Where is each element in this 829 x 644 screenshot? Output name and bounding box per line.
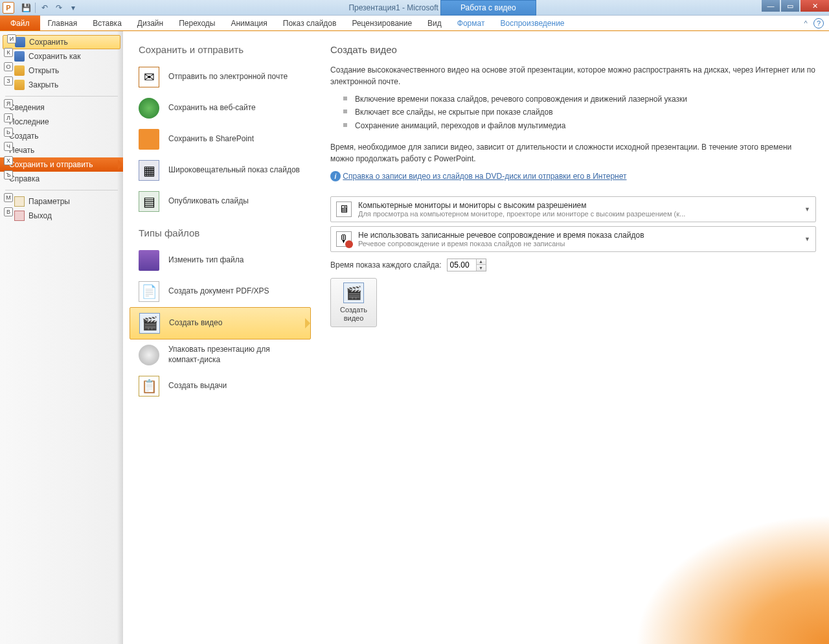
backstage-right: Создать видео Создание высококачественно… <box>317 31 829 644</box>
option-web[interactable]: Сохранить на веб-сайте <box>130 93 311 124</box>
dropdown-subtitle: Для просмотра на компьютерном мониторе, … <box>358 210 799 218</box>
nav-label: Параметры <box>28 197 70 206</box>
key-tip: В <box>4 207 13 216</box>
quick-access-toolbar: 💾 ↶ ↷ ▾ <box>19 2 80 14</box>
option-label: Сохранить на веб-сайте <box>168 103 256 113</box>
option-package-cd[interactable]: Упаковать презентацию для компакт-диска <box>130 339 311 371</box>
close-button[interactable]: ✕ <box>801 0 829 12</box>
key-tip: К <box>4 48 13 57</box>
option-label: Создать выдачи <box>168 381 227 391</box>
tab-playback[interactable]: Воспроизведение <box>492 16 572 30</box>
dropdown-resolution[interactable]: 🖥 Компьютерные мониторы и мониторы с выс… <box>330 196 816 222</box>
nav-label: Закрыть <box>28 80 58 89</box>
nav-save[interactable]: И Сохранить <box>3 35 120 49</box>
chevron-down-icon: ▼ <box>804 236 810 242</box>
decorative-corner <box>635 514 829 644</box>
maximize-button[interactable]: ▭ <box>781 0 799 12</box>
tab-animation[interactable]: Анимация <box>223 16 275 30</box>
option-publish[interactable]: ▤ Опубликовать слайды <box>130 186 311 217</box>
info-icon: i <box>330 171 341 181</box>
spinner-buttons: ▲ ▼ <box>476 259 486 271</box>
chevron-down-icon: ▼ <box>804 206 810 213</box>
nav-label: Сохранить как <box>28 52 80 61</box>
key-tip: Х <box>4 156 13 165</box>
nav-options[interactable]: М Параметры <box>0 194 123 209</box>
nav-print[interactable]: Ч Печать <box>0 143 123 157</box>
options-icon <box>14 196 25 207</box>
dropdown-body: Не использовать записанные речевое сопро… <box>358 231 799 247</box>
option-create-video[interactable]: 🎬 Создать видео <box>130 307 311 339</box>
ribbon-help-area: ^ ? <box>801 16 829 30</box>
key-tip: Ч <box>4 142 13 151</box>
option-label: Создать документ PDF/XPS <box>168 286 269 297</box>
key-tip: Я <box>4 99 13 108</box>
tab-home[interactable]: Главная <box>40 16 85 30</box>
nav-help[interactable]: Ъ Справка <box>0 172 123 186</box>
option-broadcast[interactable]: ▦ Широковещательный показ слайдов <box>130 155 311 186</box>
nav-label: Выход <box>28 211 52 220</box>
option-change-type[interactable]: Изменить тип файла <box>130 245 311 276</box>
bullet-item: Включение времени показа слайдов, речево… <box>343 93 816 106</box>
nav-label: Последние <box>9 117 49 126</box>
create-video-icon: 🎬 <box>343 282 364 303</box>
tab-format[interactable]: Формат <box>449 16 493 30</box>
option-handouts[interactable]: 📋 Создать выдачи <box>130 371 311 402</box>
duration-label: Время показа каждого слайда: <box>330 260 442 270</box>
nav-label: Сохранить и отправить <box>9 160 93 169</box>
qat-save-icon[interactable]: 💾 <box>19 2 32 14</box>
duration-spinner[interactable]: ▲ ▼ <box>447 259 486 271</box>
backstage-view: И Сохранить К Сохранить как О Открыть З … <box>0 31 829 644</box>
tab-insert[interactable]: Вставка <box>85 16 130 30</box>
help-link[interactable]: Справка о записи видео из слайдов на DVD… <box>343 172 626 181</box>
ribbon-tabs: Файл Главная Вставка Дизайн Переходы Ани… <box>0 16 829 31</box>
nav-save-as[interactable]: К Сохранить как <box>0 49 123 63</box>
nav-new[interactable]: Ь Создать <box>0 129 123 143</box>
tab-slideshow[interactable]: Показ слайдов <box>275 16 345 30</box>
pdf-icon: 📄 <box>139 281 159 302</box>
option-sharepoint[interactable]: Сохранить в SharePoint <box>130 124 311 155</box>
option-pdf[interactable]: 📄 Создать документ PDF/XPS <box>130 276 311 307</box>
qat-redo-icon[interactable]: ↷ <box>52 2 65 14</box>
minimize-button[interactable]: — <box>762 0 780 12</box>
exit-icon <box>14 211 25 221</box>
create-video-button[interactable]: 🎬 Создать видео <box>330 278 377 327</box>
nav-recent[interactable]: Л Последние <box>0 115 123 129</box>
nav-close[interactable]: З Закрыть <box>0 78 123 92</box>
nav-label: Сохранить <box>29 38 68 47</box>
tab-transitions[interactable]: Переходы <box>171 16 223 30</box>
dropdown-body: Компьютерные мониторы и мониторы с высок… <box>358 201 799 218</box>
nav-exit[interactable]: В Выход <box>0 209 123 223</box>
qat-dropdown-icon[interactable]: ▾ <box>67 2 80 14</box>
close-icon <box>14 80 25 90</box>
qat-undo-icon[interactable]: ↶ <box>38 2 51 14</box>
option-email[interactable]: ✉ Отправить по электронной почте <box>130 62 311 93</box>
help-icon[interactable]: ? <box>813 18 824 29</box>
ribbon-minimize-icon[interactable]: ^ <box>801 18 811 29</box>
nav-save-send[interactable]: Х Сохранить и отправить <box>0 157 123 172</box>
option-label: Широковещательный показ слайдов <box>168 165 300 176</box>
right-heading: Создать видео <box>330 44 816 55</box>
option-label: Создать видео <box>169 318 222 328</box>
spinner-up-icon[interactable]: ▲ <box>477 259 486 265</box>
nav-open[interactable]: О Открыть <box>0 63 123 78</box>
context-tab-video: Работа с видео <box>440 0 536 16</box>
publish-icon: ▤ <box>139 191 159 212</box>
tab-file[interactable]: Файл <box>0 16 40 30</box>
mail-icon: ✉ <box>139 67 159 87</box>
dropdown-narration[interactable]: 🎙 Не использовать записанные речевое соп… <box>330 226 816 252</box>
tab-design[interactable]: Дизайн <box>130 16 171 30</box>
spinner-down-icon[interactable]: ▼ <box>477 265 486 271</box>
option-label: Упаковать презентацию для компакт-диска <box>168 345 302 365</box>
nav-info[interactable]: Я Сведения <box>0 100 123 115</box>
key-tip: Ъ <box>4 170 13 179</box>
duration-input[interactable] <box>448 259 476 271</box>
window-title: Презентация1 - Microsoft PowerPoint <box>0 3 829 12</box>
tab-view[interactable]: Вид <box>420 16 449 30</box>
create-video-label: Создать видео <box>334 306 374 323</box>
tab-review[interactable]: Рецензирование <box>344 16 420 30</box>
save-as-icon <box>14 51 25 62</box>
globe-icon <box>139 98 159 119</box>
open-icon <box>14 65 25 76</box>
video-icon: 🎬 <box>139 313 160 334</box>
backstage-middle: Сохранить и отправить ✉ Отправить по эле… <box>123 31 317 644</box>
